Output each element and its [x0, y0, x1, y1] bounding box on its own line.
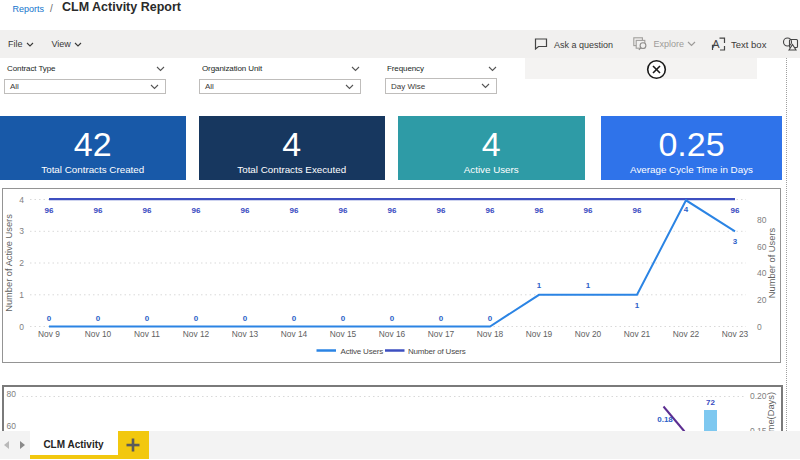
svg-text:0: 0	[46, 314, 51, 323]
svg-text:1: 1	[585, 281, 590, 290]
svg-text:Number of Users: Number of Users	[408, 346, 466, 355]
svg-text:96: 96	[289, 205, 298, 214]
svg-text:Nov 9: Nov 9	[38, 328, 60, 338]
svg-text:0: 0	[95, 314, 100, 323]
svg-text:1: 1	[634, 300, 639, 309]
svg-text:Nov 21: Nov 21	[623, 328, 650, 338]
svg-text:Nov 15: Nov 15	[329, 328, 356, 338]
svg-text:96: 96	[485, 205, 494, 214]
svg-text:96: 96	[44, 205, 53, 214]
svg-text:Nov 10: Nov 10	[84, 328, 111, 338]
svg-text:96: 96	[191, 205, 200, 214]
svg-text:0: 0	[438, 314, 443, 323]
svg-text:80: 80	[7, 389, 17, 399]
svg-text:96: 96	[436, 205, 445, 214]
svg-text:Nov 12: Nov 12	[182, 328, 209, 338]
svg-text:Number of Users: Number of Users	[767, 227, 777, 298]
svg-text:0: 0	[242, 314, 247, 323]
svg-text:60: 60	[757, 241, 767, 251]
svg-text:3: 3	[19, 226, 24, 236]
svg-text:72: 72	[706, 398, 715, 407]
svg-text:96: 96	[93, 205, 102, 214]
svg-text:3: 3	[732, 236, 737, 245]
svg-text:40: 40	[757, 268, 767, 278]
svg-text:Nov 14: Nov 14	[280, 328, 307, 338]
svg-text:0: 0	[340, 314, 345, 323]
svg-text:0: 0	[757, 321, 762, 331]
svg-text:80: 80	[757, 215, 767, 225]
svg-text:20: 20	[757, 294, 767, 304]
svg-text:96: 96	[142, 205, 151, 214]
svg-text:Nov 11: Nov 11	[134, 328, 160, 338]
svg-text:0: 0	[291, 314, 296, 323]
svg-text:0: 0	[19, 321, 24, 331]
svg-text:Active Users: Active Users	[340, 346, 383, 355]
svg-text:60: 60	[7, 421, 17, 431]
svg-text:4: 4	[683, 204, 688, 213]
svg-text:Nov 19: Nov 19	[525, 328, 552, 338]
svg-text:Nov 20: Nov 20	[574, 328, 601, 338]
svg-text:96: 96	[583, 205, 592, 214]
svg-text:0: 0	[389, 314, 394, 323]
svg-text:Nov 23: Nov 23	[721, 328, 748, 338]
svg-text:2: 2	[19, 258, 24, 268]
svg-text:96: 96	[730, 205, 739, 214]
svg-text:1: 1	[536, 281, 541, 290]
svg-text:96: 96	[240, 205, 249, 214]
svg-text:0: 0	[144, 314, 149, 323]
svg-text:Nov 17: Nov 17	[427, 328, 454, 338]
svg-text:96: 96	[632, 205, 641, 214]
svg-text:Nov 22: Nov 22	[672, 328, 699, 338]
svg-text:0.18: 0.18	[657, 415, 673, 424]
svg-text:Number of Active Users: Number of Active Users	[4, 213, 14, 311]
svg-text:Nov 13: Nov 13	[231, 328, 258, 338]
svg-text:96: 96	[534, 205, 543, 214]
svg-text:Nov 18: Nov 18	[476, 328, 503, 338]
svg-text:Nov 16: Nov 16	[378, 328, 405, 338]
svg-text:A: A	[712, 38, 720, 50]
svg-text:0: 0	[193, 314, 198, 323]
svg-text:96: 96	[338, 205, 347, 214]
svg-text:0: 0	[487, 314, 492, 323]
svg-text:96: 96	[387, 205, 396, 214]
svg-text:4: 4	[19, 194, 24, 204]
svg-text:1: 1	[19, 289, 24, 299]
svg-text:0.20: 0.20	[750, 391, 767, 401]
